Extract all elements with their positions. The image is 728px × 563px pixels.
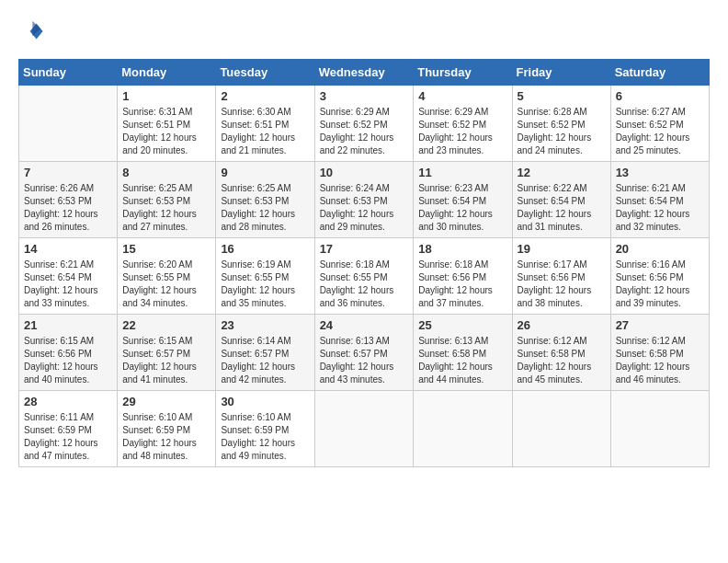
column-header-saturday: Saturday <box>610 60 709 86</box>
day-cell <box>512 391 610 467</box>
day-cell: 6Sunrise: 6:27 AM Sunset: 6:52 PM Daylig… <box>610 86 709 162</box>
week-row-3: 14Sunrise: 6:21 AM Sunset: 6:54 PM Dayli… <box>19 238 710 315</box>
day-cell: 20Sunrise: 6:16 AM Sunset: 6:56 PM Dayli… <box>610 238 709 315</box>
day-cell: 23Sunrise: 6:14 AM Sunset: 6:57 PM Dayli… <box>216 315 314 391</box>
day-number: 3 <box>320 89 409 103</box>
day-info: Sunrise: 6:22 AM Sunset: 6:54 PM Dayligh… <box>518 182 606 234</box>
day-cell: 9Sunrise: 6:25 AM Sunset: 6:53 PM Daylig… <box>216 162 314 238</box>
day-cell <box>414 391 512 467</box>
day-cell: 4Sunrise: 6:29 AM Sunset: 6:52 PM Daylig… <box>414 86 512 162</box>
day-info: Sunrise: 6:19 AM Sunset: 6:55 PM Dayligh… <box>221 259 309 310</box>
week-row-4: 21Sunrise: 6:15 AM Sunset: 6:56 PM Dayli… <box>19 315 710 391</box>
day-cell: 17Sunrise: 6:18 AM Sunset: 6:55 PM Dayli… <box>314 238 414 315</box>
day-info: Sunrise: 6:29 AM Sunset: 6:52 PM Dayligh… <box>418 106 506 157</box>
day-info: Sunrise: 6:11 AM Sunset: 6:59 PM Dayligh… <box>24 411 112 463</box>
day-cell: 1Sunrise: 6:31 AM Sunset: 6:51 PM Daylig… <box>118 86 216 162</box>
day-info: Sunrise: 6:10 AM Sunset: 6:59 PM Dayligh… <box>122 411 210 463</box>
day-cell: 18Sunrise: 6:18 AM Sunset: 6:56 PM Dayli… <box>414 238 512 315</box>
day-number: 20 <box>616 242 704 256</box>
day-info: Sunrise: 6:13 AM Sunset: 6:57 PM Dayligh… <box>320 335 409 386</box>
day-number: 14 <box>24 242 112 256</box>
day-number: 15 <box>122 242 210 256</box>
week-row-5: 28Sunrise: 6:11 AM Sunset: 6:59 PM Dayli… <box>19 391 710 467</box>
day-number: 17 <box>320 242 409 256</box>
day-cell: 25Sunrise: 6:13 AM Sunset: 6:58 PM Dayli… <box>414 315 512 391</box>
page-header <box>18 18 710 44</box>
week-row-1: 1Sunrise: 6:31 AM Sunset: 6:51 PM Daylig… <box>19 86 710 162</box>
day-cell <box>314 391 414 467</box>
calendar-header-row: SundayMondayTuesdayWednesdayThursdayFrid… <box>19 60 710 86</box>
day-number: 30 <box>221 395 309 408</box>
day-cell: 5Sunrise: 6:28 AM Sunset: 6:52 PM Daylig… <box>512 86 610 162</box>
day-number: 22 <box>122 318 210 332</box>
week-row-2: 7Sunrise: 6:26 AM Sunset: 6:53 PM Daylig… <box>19 162 710 238</box>
day-info: Sunrise: 6:27 AM Sunset: 6:52 PM Dayligh… <box>616 106 704 157</box>
day-cell: 11Sunrise: 6:23 AM Sunset: 6:54 PM Dayli… <box>414 162 512 238</box>
day-number: 27 <box>616 318 704 332</box>
day-info: Sunrise: 6:26 AM Sunset: 6:53 PM Dayligh… <box>24 182 112 234</box>
day-cell: 24Sunrise: 6:13 AM Sunset: 6:57 PM Dayli… <box>314 315 414 391</box>
day-info: Sunrise: 6:17 AM Sunset: 6:56 PM Dayligh… <box>518 259 606 310</box>
day-info: Sunrise: 6:12 AM Sunset: 6:58 PM Dayligh… <box>616 335 704 386</box>
day-info: Sunrise: 6:18 AM Sunset: 6:56 PM Dayligh… <box>418 259 506 310</box>
day-cell: 29Sunrise: 6:10 AM Sunset: 6:59 PM Dayli… <box>118 391 216 467</box>
logo <box>18 18 48 44</box>
day-number: 5 <box>518 89 606 103</box>
day-number: 21 <box>24 318 112 332</box>
day-cell: 22Sunrise: 6:15 AM Sunset: 6:57 PM Dayli… <box>118 315 216 391</box>
day-info: Sunrise: 6:21 AM Sunset: 6:54 PM Dayligh… <box>24 259 112 310</box>
day-info: Sunrise: 6:25 AM Sunset: 6:53 PM Dayligh… <box>221 182 309 234</box>
day-info: Sunrise: 6:25 AM Sunset: 6:53 PM Dayligh… <box>122 182 210 234</box>
day-info: Sunrise: 6:10 AM Sunset: 6:59 PM Dayligh… <box>221 411 309 463</box>
column-header-tuesday: Tuesday <box>216 60 314 86</box>
day-info: Sunrise: 6:21 AM Sunset: 6:54 PM Dayligh… <box>616 182 704 234</box>
day-number: 1 <box>122 89 210 103</box>
column-header-monday: Monday <box>118 60 216 86</box>
day-number: 25 <box>418 318 506 332</box>
day-number: 24 <box>320 318 409 332</box>
day-number: 19 <box>518 242 606 256</box>
day-cell: 10Sunrise: 6:24 AM Sunset: 6:53 PM Dayli… <box>314 162 414 238</box>
calendar-table: SundayMondayTuesdayWednesdayThursdayFrid… <box>18 59 710 467</box>
day-number: 16 <box>221 242 309 256</box>
day-info: Sunrise: 6:24 AM Sunset: 6:53 PM Dayligh… <box>320 182 409 234</box>
day-cell: 21Sunrise: 6:15 AM Sunset: 6:56 PM Dayli… <box>19 315 118 391</box>
day-cell: 3Sunrise: 6:29 AM Sunset: 6:52 PM Daylig… <box>314 86 414 162</box>
day-info: Sunrise: 6:20 AM Sunset: 6:55 PM Dayligh… <box>122 259 210 310</box>
day-cell: 7Sunrise: 6:26 AM Sunset: 6:53 PM Daylig… <box>19 162 118 238</box>
day-number: 26 <box>518 318 606 332</box>
day-number: 4 <box>418 89 506 103</box>
day-number: 13 <box>616 166 704 179</box>
day-number: 7 <box>24 166 112 179</box>
day-info: Sunrise: 6:18 AM Sunset: 6:55 PM Dayligh… <box>320 259 409 310</box>
day-info: Sunrise: 6:15 AM Sunset: 6:56 PM Dayligh… <box>24 335 112 386</box>
day-info: Sunrise: 6:31 AM Sunset: 6:51 PM Dayligh… <box>122 106 210 157</box>
column-header-wednesday: Wednesday <box>314 60 414 86</box>
day-number: 9 <box>221 166 309 179</box>
day-info: Sunrise: 6:13 AM Sunset: 6:58 PM Dayligh… <box>418 335 506 386</box>
column-header-sunday: Sunday <box>19 60 118 86</box>
day-cell: 8Sunrise: 6:25 AM Sunset: 6:53 PM Daylig… <box>118 162 216 238</box>
column-header-friday: Friday <box>512 60 610 86</box>
day-cell <box>19 86 118 162</box>
column-header-thursday: Thursday <box>414 60 512 86</box>
day-info: Sunrise: 6:23 AM Sunset: 6:54 PM Dayligh… <box>418 182 506 234</box>
day-info: Sunrise: 6:28 AM Sunset: 6:52 PM Dayligh… <box>518 106 606 157</box>
day-number: 2 <box>221 89 309 103</box>
day-cell: 12Sunrise: 6:22 AM Sunset: 6:54 PM Dayli… <box>512 162 610 238</box>
logo-icon <box>18 18 44 44</box>
day-cell: 30Sunrise: 6:10 AM Sunset: 6:59 PM Dayli… <box>216 391 314 467</box>
day-info: Sunrise: 6:15 AM Sunset: 6:57 PM Dayligh… <box>122 335 210 386</box>
day-info: Sunrise: 6:29 AM Sunset: 6:52 PM Dayligh… <box>320 106 409 157</box>
day-cell: 2Sunrise: 6:30 AM Sunset: 6:51 PM Daylig… <box>216 86 314 162</box>
day-number: 29 <box>122 395 210 408</box>
day-number: 6 <box>616 89 704 103</box>
day-number: 28 <box>24 395 112 408</box>
day-cell: 28Sunrise: 6:11 AM Sunset: 6:59 PM Dayli… <box>19 391 118 467</box>
day-number: 11 <box>418 166 506 179</box>
day-cell: 19Sunrise: 6:17 AM Sunset: 6:56 PM Dayli… <box>512 238 610 315</box>
day-number: 10 <box>320 166 409 179</box>
day-cell: 16Sunrise: 6:19 AM Sunset: 6:55 PM Dayli… <box>216 238 314 315</box>
day-cell: 26Sunrise: 6:12 AM Sunset: 6:58 PM Dayli… <box>512 315 610 391</box>
day-number: 18 <box>418 242 506 256</box>
